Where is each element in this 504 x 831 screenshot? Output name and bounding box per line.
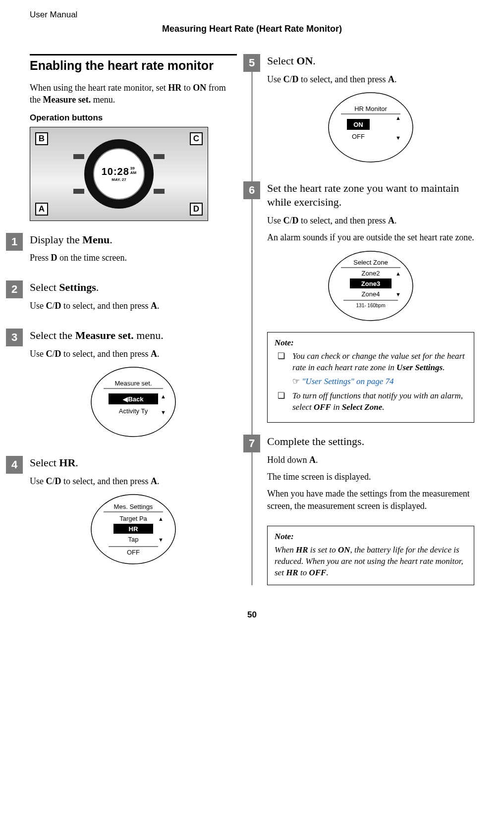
step-title: Select ON. [267,54,474,68]
step-number: 5 [243,54,260,72]
step-text: Use C/D to select, and then press A. [267,73,474,85]
svg-text:Activity Ty: Activity Ty [119,407,148,415]
svg-text:131- 160bpm: 131- 160bpm [356,303,386,308]
step-6: 6 Set the heart rate zone you want to ma… [267,181,474,423]
step-2: 2 Select Settings. Use C/D to select, an… [30,280,237,317]
watch-diagram: B C A D 10:28 39 AM MAY. 27 [30,127,208,221]
step-number: 1 [6,233,23,251]
svg-text:▼: ▼ [158,537,164,543]
step-text: Use C/D to select, and then press A. [30,475,237,487]
step-number: 2 [6,280,23,298]
svg-text:Zone3: Zone3 [361,280,380,287]
screen-select-zone: Select Zone Zone2 Zone3 Zone4 ▲ ▼ 131- 1… [326,249,415,323]
step-5: 5 Select ON. Use C/D to select, and then… [267,54,474,169]
svg-text:▼: ▼ [395,135,401,141]
step-3: 3 Select the Measure set. menu. Use C/D … [30,329,237,444]
svg-text:◀Back: ◀Back [122,395,144,403]
step-number: 7 [243,435,260,452]
step-text: When you have made the settings from the… [267,488,474,512]
step-number: 6 [243,181,260,199]
step-text: Press D on the time screen. [30,252,237,264]
watch-face: 10:28 39 AM MAY. 27 [93,148,145,200]
svg-text:Zone4: Zone4 [362,290,380,298]
screen-hr-monitor: HR Monitor ON OFF ▲ ▼ [326,90,415,165]
screen-mes-settings: Mes. Settings Target Pa HR Tap ▲ ▼ OFF [89,492,178,566]
svg-text:ON: ON [353,121,363,128]
step-number: 3 [6,329,23,346]
svg-text:▲: ▲ [158,516,164,522]
step-title: Display the Menu. [30,233,237,247]
svg-text:▲: ▲ [395,271,401,277]
step-1: 1 Display the Menu. Press D on the time … [30,233,237,269]
svg-text:Target Pa: Target Pa [119,515,147,522]
button-label-d: D [190,203,203,216]
note-text: When HR is set to ON, the battery life f… [275,545,467,579]
step-title: Set the heart rate zone you want to main… [267,181,474,210]
step-text: Use C/D to select, and then press A. [30,348,237,360]
svg-text:Zone2: Zone2 [362,270,380,277]
step-4: 4 Select HR. Use C/D to select, and then… [30,456,237,571]
svg-text:Tap: Tap [128,536,139,543]
note-item: To turn off functions that notify you wi… [275,390,467,413]
svg-text:HR: HR [129,525,138,533]
svg-text:OFF: OFF [352,133,365,140]
svg-text:▼: ▼ [161,409,166,415]
step-title: Select HR. [30,456,237,470]
button-label-a: A [35,203,48,216]
svg-text:▲: ▲ [161,393,166,399]
svg-point-19 [329,93,413,162]
step-title: Select the Measure set. menu. [30,329,237,343]
doc-title: User Manual [30,10,474,20]
step-title: Select Settings. [30,280,237,295]
button-label-b: B [35,132,48,145]
page-number: 50 [30,610,474,620]
step-title: Complete the settings. [267,435,474,449]
svg-text:▲: ▲ [395,115,401,121]
screen-measure-set: Measure set. ◀Back Activity Ty ▲ ▼ [89,365,178,439]
watch-body: 10:28 39 AM MAY. 27 [84,139,154,209]
svg-text:OFF: OFF [127,549,140,556]
step-text: The time screen is displayed. [267,471,474,483]
intro-text: When using the heart rate monitor, set H… [30,82,237,106]
svg-text:Select Zone: Select Zone [353,259,388,266]
step-number: 4 [6,456,23,474]
step-text: Use C/D to select, and then press A. [267,215,474,226]
page-title: Enabling the heart rate monitor [30,54,237,73]
section-header: Measuring Heart Rate (Heart Rate Monitor… [30,24,474,34]
svg-text:Measure set.: Measure set. [114,380,152,387]
note-title: Note: [275,531,467,543]
note-item: You can check or change the value set fo… [275,351,467,374]
svg-text:▼: ▼ [395,291,401,297]
step-extra: An alarm sounds if you are outside the s… [267,231,474,243]
note-box-2: Note: When HR is set to ON, the battery … [267,526,474,585]
operation-buttons-heading: Operation buttons [30,113,237,123]
step-text: Hold down A. [267,454,474,466]
svg-text:Mes. Settings: Mes. Settings [114,503,153,510]
svg-text:HR Monitor: HR Monitor [354,105,387,112]
button-label-c: C [190,132,203,145]
user-settings-link[interactable]: "User Settings" on page 74 [292,376,467,388]
step-7: 7 Complete the settings. Hold down A. Th… [267,435,474,517]
step-text: Use C/D to select, and then press A. [30,300,237,312]
note-title: Note: [275,337,467,349]
note-box-1: Note: You can check or change the value … [267,332,474,423]
